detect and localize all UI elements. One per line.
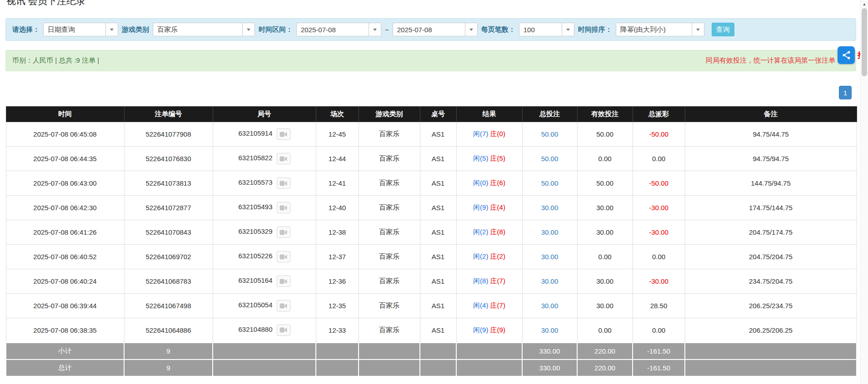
result-banker: 庄(7)	[490, 277, 505, 285]
cell-table-no: AS1	[420, 196, 456, 220]
column-header: 总派彩	[633, 107, 685, 122]
total-row-cell	[359, 359, 420, 376]
replay-video-button[interactable]	[277, 251, 290, 262]
cell-round-id: 632105329	[213, 220, 316, 245]
replay-video-button[interactable]	[277, 202, 290, 213]
sort-order-value: 降幂(由大到小)	[616, 23, 692, 36]
cell-time: 2025-07-08 06:45:08	[6, 122, 124, 147]
valid-bet-notice-text: 同局有效投注，统一计算在该局第一张注单	[706, 56, 835, 65]
total-row-cell: 总计	[6, 359, 124, 376]
column-header: 时间	[6, 107, 124, 122]
replay-video-button[interactable]	[277, 300, 290, 311]
sort-order-select[interactable]: 降幂(由大到小)	[616, 23, 704, 36]
cell-round-id: 632105822	[213, 147, 316, 171]
result-banker: 庄(9)	[490, 326, 505, 334]
cell-game-type: 百家乐	[359, 196, 420, 220]
cell-bet-id: 522641068783	[124, 269, 213, 294]
scroll-up-icon[interactable]: ▲	[861, 0, 868, 8]
subtotal-row-cell	[685, 343, 857, 359]
page-size-select[interactable]: 100	[519, 23, 574, 36]
result-player: 闲(7)	[473, 130, 488, 138]
result-banker: 庄(0)	[490, 130, 505, 138]
cell-total-bet[interactable]: 30.00	[522, 220, 577, 245]
cell-table-no: AS1	[420, 294, 456, 318]
cell-bet-id: 522641076830	[124, 147, 213, 171]
cell-total-bet[interactable]: 30.00	[522, 196, 577, 220]
table-row: 2025-07-08 06:45:08522641077908632105914…	[6, 122, 857, 147]
cell-session: 12-36	[316, 269, 359, 294]
chevron-down-icon[interactable]	[692, 23, 704, 36]
query-type-select[interactable]: 日期查询	[43, 23, 118, 36]
cell-round-id: 632105226	[213, 245, 316, 269]
cell-valid-bet: 30.00	[577, 220, 633, 245]
cell-valid-bet: 30.00	[577, 294, 633, 318]
cell-remark: 204.75/174.75	[685, 220, 857, 245]
app-window: 视讯 会员下注纪录 请选择： 日期查询 游戏类别 百家乐 时间区间： 2025-…	[0, 0, 868, 384]
game-type-select[interactable]: 百家乐	[153, 23, 255, 36]
cell-total-bet[interactable]: 30.00	[522, 318, 577, 343]
cell-valid-bet: 50.00	[577, 171, 633, 196]
table-header-row: 时间注单编号局号场次游戏类别桌号结果总投注有效投注总派彩备注	[6, 107, 857, 122]
cell-total-bet[interactable]: 50.00	[522, 171, 577, 196]
cell-game-type: 百家乐	[359, 269, 420, 294]
subtotal-row-cell: 220.00	[577, 343, 633, 359]
cell-payout: 28.50	[633, 294, 685, 318]
chevron-down-icon[interactable]	[105, 23, 118, 36]
date-range-separator: ~	[385, 26, 389, 34]
chevron-down-icon[interactable]	[369, 23, 381, 36]
subtotal-row-cell	[213, 343, 316, 359]
chevron-down-icon[interactable]	[465, 23, 477, 36]
game-type-value: 百家乐	[153, 23, 242, 36]
replay-video-button[interactable]	[277, 177, 290, 189]
replay-video-button[interactable]	[277, 325, 290, 336]
table-row: 2025-07-08 06:40:24522641068783632105164…	[6, 269, 857, 294]
scrollbar-thumb[interactable]	[862, 8, 867, 76]
cell-result: 闲(9) 庄(4)	[456, 196, 522, 220]
cell-table-no: AS1	[420, 269, 456, 294]
query-type-value: 日期查询	[44, 23, 105, 36]
game-type-label: 游戏类别	[122, 25, 149, 34]
cell-total-bet[interactable]: 50.00	[522, 147, 577, 171]
cell-time: 2025-07-08 06:43:00	[6, 171, 124, 196]
cell-payout: -50.00	[633, 171, 685, 196]
search-button[interactable]: 查询	[712, 23, 734, 36]
chevron-down-icon[interactable]	[562, 23, 574, 36]
round-id-text: 632105914	[238, 129, 272, 137]
result-banker: 庄(8)	[490, 228, 505, 236]
replay-video-button[interactable]	[277, 276, 290, 287]
share-button[interactable]	[838, 46, 855, 64]
cell-table-no: AS1	[420, 171, 456, 196]
page-1-button[interactable]: 1	[839, 86, 852, 99]
cell-remark: 144.75/94.75	[685, 171, 857, 196]
cell-total-bet[interactable]: 30.00	[522, 269, 577, 294]
cell-table-no: AS1	[420, 318, 456, 343]
cell-total-bet[interactable]: 50.00	[522, 122, 577, 147]
round-id-text: 632105054	[238, 301, 272, 309]
table-row: 2025-07-08 06:38:35522641064886632104880…	[6, 318, 857, 343]
replay-video-button[interactable]	[277, 128, 290, 140]
cell-valid-bet: 30.00	[577, 196, 633, 220]
cell-table-no: AS1	[420, 147, 456, 171]
replay-video-button[interactable]	[277, 153, 290, 164]
total-row-cell: 220.00	[577, 359, 633, 376]
replay-video-button[interactable]	[277, 226, 290, 238]
cell-table-no: AS1	[420, 220, 456, 245]
cell-remark: 206.25/206.25	[685, 318, 857, 343]
cell-game-type: 百家乐	[359, 245, 420, 269]
filter-bar: 请选择： 日期查询 游戏类别 百家乐 时间区间： 2025-07-08 ~ 20…	[5, 18, 856, 41]
round-id-text: 632105822	[238, 154, 272, 162]
date-to-picker[interactable]: 2025-07-08	[393, 23, 478, 36]
total-row-cell	[316, 359, 359, 376]
bet-records-table: 时间注单编号局号场次游戏类别桌号结果总投注有效投注总派彩备注 2025-07-0…	[5, 106, 857, 377]
cell-total-bet[interactable]: 30.00	[522, 245, 577, 269]
chevron-down-icon[interactable]	[242, 23, 254, 36]
date-from-picker[interactable]: 2025-07-08	[296, 23, 381, 36]
total-row-cell: 330.00	[522, 359, 577, 376]
video-replay-icon	[279, 180, 287, 187]
table-row: 2025-07-08 06:39:44522641067498632105054…	[6, 294, 857, 318]
vertical-scrollbar[interactable]: ▲	[860, 0, 868, 384]
column-header: 总投注	[522, 107, 577, 122]
cell-session: 12-35	[316, 294, 359, 318]
cell-total-bet[interactable]: 30.00	[522, 294, 577, 318]
cell-session: 12-45	[316, 122, 359, 147]
